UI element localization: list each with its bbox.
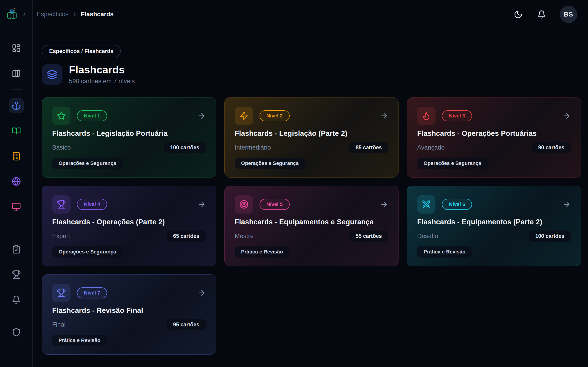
sidebar-item-notifications[interactable] (9, 292, 24, 307)
sidebar-item-map[interactable] (9, 66, 24, 81)
swords-icon (417, 195, 435, 214)
card-title: Flashcards - Operações (Parte 2) (52, 218, 206, 226)
globe-icon (12, 177, 21, 186)
card-tag: Operações e Segurança (417, 158, 488, 169)
sidebar-item-tasks[interactable] (9, 242, 24, 257)
page-subtitle: 590 cartões em 7 níveis (69, 78, 135, 85)
card-count-badge: 95 cartões (167, 319, 206, 330)
card-top-row: Nível 7 (52, 284, 206, 302)
sidebar-item-book[interactable] (9, 124, 24, 138)
arrow-right-icon[interactable] (380, 112, 388, 120)
level-badge: Nível 7 (77, 287, 107, 298)
card-tag: Prática e Revisão (417, 246, 472, 258)
page-title: Flashcards (69, 64, 135, 75)
level-card-6[interactable]: Nível 6Flashcards - Equipamentos (Parte … (407, 186, 581, 266)
level-card-4[interactable]: Nível 4Flashcards - Operações (Parte 2)E… (42, 186, 216, 266)
level-badge: Nível 4 (77, 199, 107, 210)
card-tag: Operações e Segurança (52, 158, 123, 169)
card-title: Flashcards - Legislação Portuária (52, 129, 206, 138)
sidebar-item-monitor[interactable] (9, 199, 24, 214)
level-card-2[interactable]: Nível 2Flashcards - Legislação (Parte 2)… (225, 97, 399, 177)
sidebar-item-achievements[interactable] (9, 267, 24, 282)
card-difficulty: Desafio (417, 233, 438, 240)
arrow-right-icon[interactable] (198, 289, 206, 297)
card-difficulty: Básico (52, 144, 71, 151)
breadcrumb-current: Flashcards (81, 11, 114, 18)
card-top-row: Nível 2 (235, 107, 389, 125)
card-title: Flashcards - Operações Portuárias (417, 129, 571, 138)
card-top-row: Nível 1 (52, 107, 206, 125)
arrow-right-icon[interactable] (562, 200, 571, 209)
path-badge: Específicos / Flashcards (42, 45, 121, 57)
app-logo-icon (5, 8, 19, 21)
sidebar-item-dashboard[interactable] (9, 41, 24, 56)
card-count-badge: 65 cartões (167, 231, 206, 242)
layout-grid-icon (12, 44, 21, 53)
card-top-row: Nível 5 (235, 195, 389, 214)
flame-icon (417, 107, 435, 125)
card-title: Flashcards - Equipamentos (Parte 2) (417, 218, 571, 226)
level-card-5[interactable]: Nível 5Flashcards - Equipamentos e Segur… (225, 186, 399, 266)
arrow-right-icon[interactable] (198, 112, 206, 120)
card-meta-row: Avançado90 cartões (417, 142, 571, 153)
level-badge: Nível 3 (442, 110, 472, 121)
arrow-right-icon[interactable] (198, 200, 206, 209)
zap-icon (235, 107, 253, 125)
sidebar-item-security[interactable] (9, 325, 24, 340)
map-icon (12, 69, 21, 78)
theme-toggle-moon-icon[interactable] (513, 9, 523, 19)
cards-grid: Nível 1Flashcards - Legislação Portuária… (42, 97, 581, 355)
card-count-badge: 100 cartões (164, 142, 206, 153)
level-badge: Nível 5 (259, 199, 290, 210)
level-badge: Nível 2 (259, 110, 290, 121)
star-icon (52, 107, 70, 125)
sidebar-nav (0, 29, 32, 367)
card-difficulty: Expert (52, 233, 70, 240)
card-count-badge: 85 cartões (349, 142, 389, 153)
level-card-1[interactable]: Nível 1Flashcards - Legislação Portuária… (42, 97, 216, 177)
header: Específicos Flashcards BS (33, 0, 588, 29)
card-tag: Prática e Revisão (235, 246, 289, 258)
breadcrumb-parent-link[interactable]: Específicos (37, 11, 69, 18)
card-difficulty: Final (52, 321, 66, 328)
card-meta-row: Final95 cartões (52, 319, 206, 330)
sidebar-item-anchor[interactable] (9, 98, 24, 113)
card-meta-row: Intermediário85 cartões (235, 142, 389, 153)
sidebar-item-calculator[interactable] (9, 149, 24, 164)
shield-icon (12, 327, 21, 337)
level-card-3[interactable]: Nível 3Flashcards - Operações Portuárias… (407, 97, 581, 177)
page-title-texts: Flashcards 590 cartões em 7 níveis (69, 64, 135, 85)
card-tag: Prática e Revisão (52, 335, 107, 346)
level-card-7[interactable]: Nível 7Flashcards - Revisão FinalFinal95… (42, 274, 216, 355)
sidebar-divider (11, 316, 22, 316)
clipboard-check-icon (12, 245, 21, 254)
arrow-right-icon[interactable] (380, 200, 388, 209)
sidebar-expand-button[interactable] (21, 11, 27, 17)
card-title: Flashcards - Legislação (Parte 2) (235, 129, 389, 138)
target-icon (235, 195, 253, 214)
card-top-row: Nível 3 (417, 107, 571, 125)
level-badge: Nível 6 (442, 199, 472, 210)
card-top-row: Nível 6 (417, 195, 571, 214)
card-difficulty: Mestre (235, 233, 254, 240)
sidebar-logo-row (0, 0, 32, 29)
sidebar-item-globe[interactable] (9, 174, 24, 189)
card-meta-row: Mestre55 cartões (235, 231, 389, 242)
arrow-right-icon[interactable] (562, 112, 571, 120)
card-difficulty: Intermediário (235, 144, 271, 151)
avatar[interactable]: BS (560, 6, 577, 23)
header-actions: BS (513, 6, 577, 23)
main-content: Específicos / Flashcards Flashcards 590 … (33, 29, 588, 367)
card-title: Flashcards - Equipamentos e Segurança (235, 218, 389, 226)
trophy-icon (12, 270, 21, 279)
notifications-bell-icon[interactable] (536, 9, 547, 19)
book-open-icon (12, 126, 21, 135)
card-tag: Operações e Segurança (235, 158, 305, 169)
sidebar (0, 0, 33, 367)
card-count-badge: 55 cartões (349, 231, 389, 242)
card-title: Flashcards - Revisão Final (52, 307, 206, 315)
layers-icon (42, 64, 62, 85)
card-meta-row: Desafio100 cartões (417, 231, 571, 242)
card-meta-row: Expert65 cartões (52, 231, 206, 242)
card-difficulty: Avançado (417, 144, 445, 151)
